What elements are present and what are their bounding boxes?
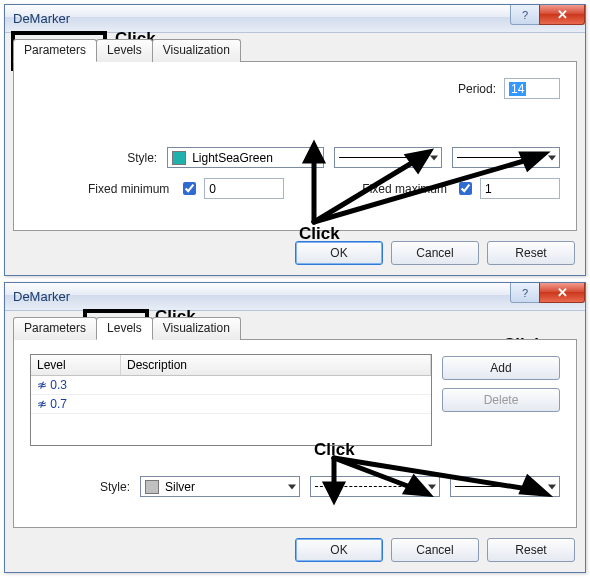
- close-button[interactable]: ✕: [539, 5, 585, 25]
- period-label: Period:: [458, 82, 504, 96]
- titlebar[interactable]: DeMarker ? ✕: [5, 5, 585, 33]
- level-line-icon: ≉: [37, 397, 47, 411]
- help-icon: ?: [522, 9, 528, 21]
- table-row[interactable]: ≉ 0.3: [31, 376, 431, 395]
- table-row[interactable]: ≉ 0.7: [31, 395, 431, 414]
- chevron-down-icon: [548, 155, 556, 160]
- tab-parameters[interactable]: Parameters: [13, 39, 97, 62]
- style-color-combo[interactable]: LightSeaGreen: [167, 147, 324, 168]
- fixed-min-input[interactable]: [204, 178, 284, 199]
- cancel-button[interactable]: Cancel: [391, 538, 479, 562]
- close-icon: ✕: [557, 285, 568, 300]
- style-label: Style:: [30, 480, 140, 494]
- color-swatch: [145, 480, 159, 494]
- cancel-button[interactable]: Cancel: [391, 241, 479, 265]
- help-button[interactable]: ?: [510, 283, 540, 303]
- tab-levels[interactable]: Levels: [96, 39, 153, 62]
- chevron-down-icon: [288, 484, 296, 489]
- level-desc: [121, 376, 431, 394]
- level-value: 0.3: [50, 378, 67, 392]
- color-name: LightSeaGreen: [192, 151, 273, 165]
- tab-levels[interactable]: Levels: [96, 317, 153, 340]
- style-color-combo[interactable]: Silver: [140, 476, 300, 497]
- ok-button[interactable]: OK: [295, 538, 383, 562]
- window-title: DeMarker: [13, 11, 70, 26]
- chevron-down-icon: [430, 155, 438, 160]
- demarker-dialog-levels: DeMarker ? ✕ Parameters Levels Visualiza…: [4, 282, 586, 573]
- line-width-preview: [455, 486, 541, 487]
- delete-level-button: Delete: [442, 388, 560, 412]
- style-line-width-combo[interactable]: [452, 147, 560, 168]
- color-swatch: [172, 151, 186, 165]
- fixed-min-checkbox[interactable]: [183, 182, 196, 195]
- reset-button[interactable]: Reset: [487, 538, 575, 562]
- level-value: 0.7: [50, 397, 67, 411]
- fixed-min-label: Fixed minimum: [88, 182, 179, 196]
- ok-button[interactable]: OK: [295, 241, 383, 265]
- levels-table[interactable]: Level Description ≉ 0.3 ≉ 0.7: [30, 354, 432, 446]
- titlebar[interactable]: DeMarker ? ✕: [5, 283, 585, 311]
- demarker-dialog-parameters: DeMarker ? ✕ Parameters Levels Visualiza…: [4, 4, 586, 276]
- fixed-max-label: Fixed maximum: [362, 182, 455, 196]
- levels-header-desc[interactable]: Description: [121, 355, 431, 375]
- help-icon: ?: [522, 287, 528, 299]
- reset-button[interactable]: Reset: [487, 241, 575, 265]
- chevron-down-icon: [548, 484, 556, 489]
- levels-header-level[interactable]: Level: [31, 355, 121, 375]
- style-label: Style:: [30, 151, 167, 165]
- line-dash-preview: [315, 486, 421, 487]
- level-line-icon: ≉: [37, 378, 47, 392]
- tab-visualization[interactable]: Visualization: [152, 39, 241, 62]
- chevron-down-icon: [428, 484, 436, 489]
- line-width-preview: [457, 157, 541, 158]
- style-line-width-combo[interactable]: [450, 476, 560, 497]
- fixed-max-input[interactable]: [480, 178, 560, 199]
- tab-parameters[interactable]: Parameters: [13, 317, 97, 340]
- period-value: 14: [509, 82, 526, 96]
- parameters-panel: Period: 14 Style: LightSeaGreen: [13, 61, 577, 231]
- tab-visualization[interactable]: Visualization: [152, 317, 241, 340]
- fixed-max-checkbox[interactable]: [459, 182, 472, 195]
- window-title: DeMarker: [13, 289, 70, 304]
- add-level-button[interactable]: Add: [442, 356, 560, 380]
- close-icon: ✕: [557, 7, 568, 22]
- level-desc: [121, 395, 431, 413]
- style-line-type-combo[interactable]: [310, 476, 440, 497]
- help-button[interactable]: ?: [510, 5, 540, 25]
- style-line-type-combo[interactable]: [334, 147, 442, 168]
- color-name: Silver: [165, 480, 195, 494]
- chevron-down-icon: [312, 155, 320, 160]
- close-button[interactable]: ✕: [539, 283, 585, 303]
- levels-panel: Level Description ≉ 0.3 ≉ 0.7 Add Delete: [13, 339, 577, 528]
- line-solid-preview: [339, 157, 423, 158]
- period-input[interactable]: 14: [504, 78, 560, 99]
